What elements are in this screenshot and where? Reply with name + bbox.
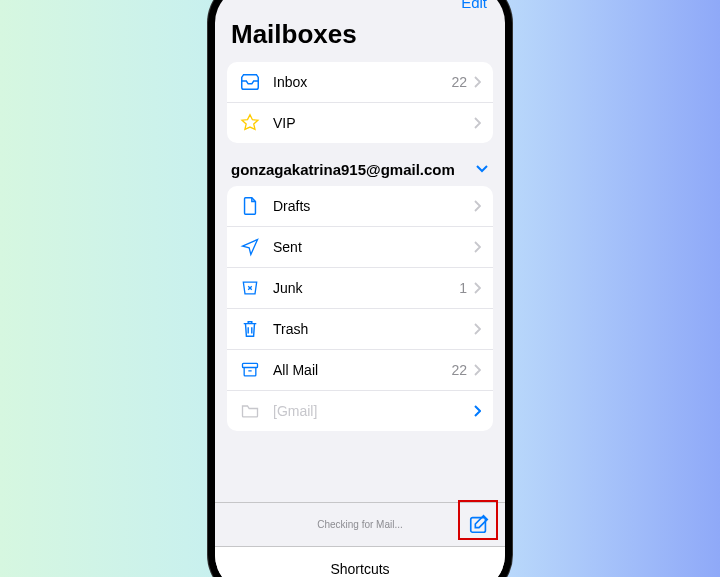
svg-rect-0 [243,363,258,367]
chevron-right-icon [473,117,481,129]
mailbox-count: 22 [451,362,467,378]
chevron-right-icon [473,241,481,253]
mailbox-vip[interactable]: VIP [227,103,493,143]
mailbox-trash[interactable]: Trash [227,309,493,350]
mailbox-label: Inbox [273,74,451,90]
mailbox-count: 1 [459,280,467,296]
compose-button[interactable] [467,512,491,536]
drafts-icon [239,195,261,217]
trash-icon [239,318,261,340]
chevron-right-icon [473,282,481,294]
mailbox-label: VIP [273,115,473,131]
mailbox-junk[interactable]: Junk 1 [227,268,493,309]
content: Mailboxes Inbox 22 [215,15,505,502]
inbox-icon [239,71,261,93]
status-text: Checking for Mail... [317,519,403,530]
phone-frame: Edit Mailboxes Inbox 22 [208,0,512,577]
sent-icon [239,236,261,258]
screen: Edit Mailboxes Inbox 22 [215,0,505,577]
chevron-down-icon [475,164,489,174]
app-switcher-label: Shortcuts [330,561,389,577]
junk-icon [239,277,261,299]
account-email: gonzagakatrina915@gmail.com [231,161,455,178]
primary-mailboxes: Inbox 22 VIP [227,62,493,143]
mailbox-sent[interactable]: Sent [227,227,493,268]
page-title: Mailboxes [231,19,489,50]
chevron-right-icon [473,76,481,88]
bottom-toolbar: Checking for Mail... [215,502,505,546]
edit-button[interactable]: Edit [461,0,487,11]
mailbox-label: Drafts [273,198,473,214]
app-switcher-bar: Shortcuts [215,546,505,578]
nav-bar: Edit [215,0,505,15]
mailbox-all-mail[interactable]: All Mail 22 [227,350,493,391]
chevron-right-icon [473,364,481,376]
mailbox-label: Trash [273,321,473,337]
star-icon [239,112,261,134]
mailbox-label: All Mail [273,362,451,378]
folder-icon [239,400,261,422]
archive-icon [239,359,261,381]
mailbox-count: 22 [451,74,467,90]
mailbox-inbox[interactable]: Inbox 22 [227,62,493,103]
mailbox-label: [Gmail] [273,403,473,419]
mailbox-gmail-folder[interactable]: [Gmail] [227,391,493,431]
chevron-right-icon [473,323,481,335]
account-mailboxes: Drafts Sent [227,186,493,431]
mailbox-drafts[interactable]: Drafts [227,186,493,227]
mailbox-label: Sent [273,239,473,255]
account-header[interactable]: gonzagakatrina915@gmail.com [227,161,493,186]
mailbox-label: Junk [273,280,459,296]
svg-rect-1 [471,518,486,533]
chevron-right-icon [473,200,481,212]
chevron-right-icon [473,405,481,417]
